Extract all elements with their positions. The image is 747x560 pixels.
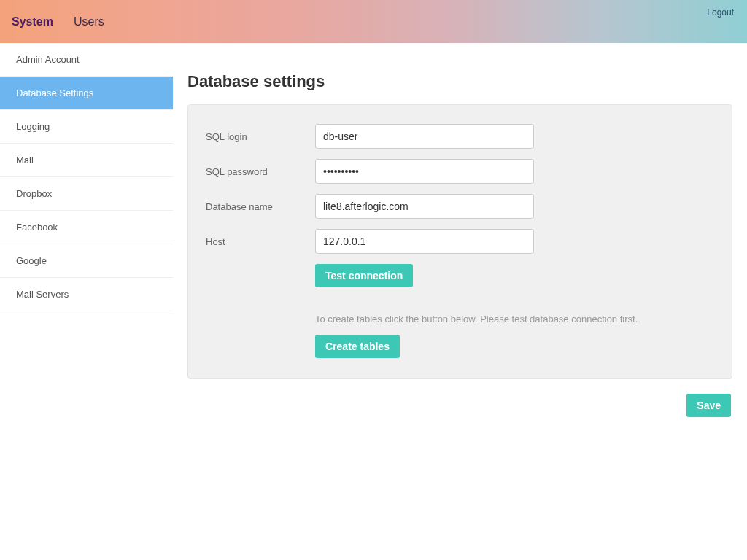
logout-link[interactable]: Logout — [707, 7, 734, 18]
sidebar-item-logging[interactable]: Logging — [0, 110, 173, 144]
create-tables-row: Create tables — [315, 335, 714, 358]
container: Admin Account Database Settings Logging … — [0, 43, 747, 560]
label-host: Host — [206, 236, 315, 247]
label-sql-login: SQL login — [206, 131, 315, 142]
row-sql-password: SQL password — [206, 159, 714, 184]
helper-text: To create tables click the button below.… — [315, 314, 714, 324]
sidebar-item-admin-account[interactable]: Admin Account — [0, 43, 173, 77]
sidebar-item-mail[interactable]: Mail — [0, 144, 173, 177]
save-bar: Save — [187, 394, 732, 417]
sidebar: Admin Account Database Settings Logging … — [0, 43, 173, 560]
test-connection-button[interactable]: Test connection — [315, 264, 413, 287]
nav-users[interactable]: Users — [74, 15, 104, 28]
page-title: Database settings — [187, 72, 732, 91]
nav-system[interactable]: System — [12, 15, 53, 28]
input-sql-password[interactable] — [315, 159, 534, 184]
input-host[interactable] — [315, 229, 534, 254]
label-db-name: Database name — [206, 201, 315, 212]
sidebar-item-mail-servers[interactable]: Mail Servers — [0, 278, 173, 311]
sidebar-item-facebook[interactable]: Facebook — [0, 211, 173, 244]
row-sql-login: SQL login — [206, 124, 714, 149]
input-db-name[interactable] — [315, 194, 534, 219]
test-connection-row: Test connection — [315, 264, 714, 287]
row-host: Host — [206, 229, 714, 254]
topbar: System Users Logout — [0, 0, 747, 43]
input-sql-login[interactable] — [315, 124, 534, 149]
create-tables-button[interactable]: Create tables — [315, 335, 400, 358]
sidebar-item-database-settings[interactable]: Database Settings — [0, 77, 173, 110]
main: Database settings SQL login SQL password… — [173, 43, 747, 560]
label-sql-password: SQL password — [206, 166, 315, 177]
save-button[interactable]: Save — [686, 394, 731, 417]
sidebar-item-dropbox[interactable]: Dropbox — [0, 177, 173, 211]
sidebar-item-google[interactable]: Google — [0, 244, 173, 278]
row-db-name: Database name — [206, 194, 714, 219]
settings-panel: SQL login SQL password Database name Hos… — [187, 104, 732, 379]
